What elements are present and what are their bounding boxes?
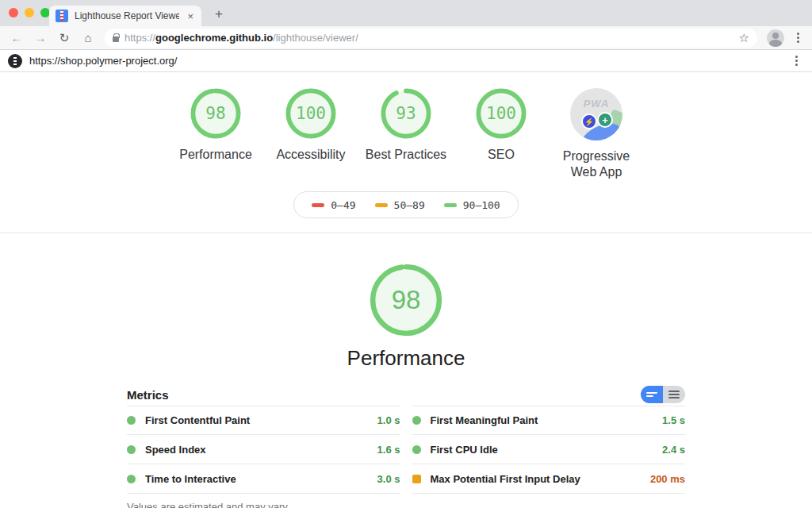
score-label: Best Practices: [366, 147, 446, 163]
metric-speed-index[interactable]: Speed Index 1.6 s: [127, 435, 400, 464]
window-controls[interactable]: [9, 8, 50, 17]
browser-menu-icon[interactable]: [791, 33, 806, 43]
profile-avatar[interactable]: [767, 29, 784, 47]
scores-section: 98 Performance 100 Accessibility 93 Best…: [0, 72, 812, 233]
metric-label: First Meaningful Paint: [431, 414, 653, 426]
metric-value: 1.5 s: [662, 414, 685, 426]
metrics-heading: Metrics: [127, 388, 169, 402]
legend-pass: 90–100: [444, 199, 500, 211]
metrics-right-column: First Meaningful Paint 1.5 s First CPU I…: [412, 406, 686, 494]
padlock-icon[interactable]: [113, 37, 119, 42]
metric-status-icon: [412, 416, 421, 425]
score-badge-pwa[interactable]: PWA ⚡ + Progressive Web App: [553, 88, 639, 180]
metric-value: 1.6 s: [377, 444, 400, 456]
performance-big-gauge: 98: [370, 264, 442, 337]
toggle-expanded-view[interactable]: [663, 386, 685, 403]
gauge-best-practices: 93: [381, 88, 431, 139]
metric-label: First Contentful Paint: [145, 414, 368, 426]
fail-dash-icon: [312, 203, 324, 207]
reload-icon[interactable]: ↻: [54, 31, 75, 45]
performance-section-title: Performance: [0, 346, 812, 371]
close-window-button[interactable]: [9, 8, 18, 17]
report-menu-icon[interactable]: [789, 56, 804, 66]
metrics-block: Metrics First Contentful Paint 1.0 s: [127, 383, 685, 508]
fast-reliable-icon: ⚡: [581, 114, 597, 129]
score-label: Progressive Web App: [553, 148, 639, 180]
browser-toolbar: ← → ↻ ⌂ https://googlechrome.github.io/l…: [0, 26, 812, 50]
metric-status-icon: [127, 416, 136, 425]
metric-first-contentful-paint[interactable]: First Contentful Paint 1.0 s: [127, 406, 400, 435]
gauge-accessibility: 100: [285, 88, 336, 139]
metric-value: 3.0 s: [377, 473, 400, 485]
minimize-window-button[interactable]: [25, 8, 34, 17]
metrics-view-toggle[interactable]: [641, 386, 685, 403]
metric-label: Speed Index: [145, 444, 368, 456]
metric-value: 200 ms: [650, 473, 685, 485]
score-gauge-accessibility[interactable]: 100 Accessibility: [268, 88, 354, 163]
score-value: 100: [285, 88, 336, 139]
legend-pill: 0–49 50–89 90–100: [293, 191, 518, 218]
lighthouse-favicon: [56, 10, 68, 22]
score-gauge-best-practices[interactable]: 93 Best Practices: [363, 88, 449, 163]
home-icon[interactable]: ⌂: [78, 31, 98, 44]
metric-status-icon: [412, 475, 421, 483]
score-gauge-seo[interactable]: 100 SEO: [458, 88, 544, 163]
gauge-seo: 100: [476, 88, 527, 139]
pwa-letters: PWA: [570, 98, 622, 110]
bookmark-star-icon[interactable]: ☆: [739, 31, 749, 45]
metrics-grid: First Contentful Paint 1.0 s Speed Index…: [127, 406, 685, 494]
pass-dash-icon: [444, 203, 457, 207]
metric-status-icon: [127, 445, 136, 454]
tab-close-icon[interactable]: ×: [186, 10, 195, 22]
score-label: Accessibility: [276, 147, 345, 163]
metric-status-icon: [412, 445, 421, 454]
score-value: 100: [476, 88, 527, 139]
performance-section: 98 Performance Metrics First Contentful …: [0, 233, 812, 508]
forward-icon[interactable]: →: [30, 31, 51, 44]
toggle-condensed-view[interactable]: [641, 386, 663, 403]
metric-label: First CPU Idle: [431, 444, 653, 456]
metric-max-potential-fid[interactable]: Max Potential First Input Delay 200 ms: [412, 464, 686, 494]
report-url-bar: https://shop.polymer-project.org/: [0, 50, 812, 72]
metrics-disclaimer: Values are estimated and may vary.: [127, 501, 685, 508]
legend-average: 50–89: [375, 199, 425, 211]
metric-status-icon: [127, 475, 136, 483]
legend-fail: 0–49: [312, 199, 355, 211]
average-dash-icon: [375, 203, 388, 207]
metric-first-cpu-idle[interactable]: First CPU Idle 2.4 s: [412, 435, 686, 464]
score-gauge-performance[interactable]: 98 Performance: [173, 88, 259, 163]
browser-tab[interactable]: Lighthouse Report Viewer ×: [49, 6, 201, 26]
page-url[interactable]: https://googlechrome.github.io/lighthous…: [124, 32, 733, 44]
metric-label: Time to Interactive: [145, 473, 368, 485]
metric-time-to-interactive[interactable]: Time to Interactive 3.0 s: [127, 464, 400, 494]
score-label: SEO: [488, 147, 515, 163]
tab-strip: Lighthouse Report Viewer × +: [0, 0, 812, 26]
metric-label: Max Potential First Input Delay: [431, 473, 641, 485]
gauge-performance: 98: [190, 88, 241, 139]
score-value: 93: [381, 88, 431, 139]
pwa-badge-icon: PWA ⚡ +: [570, 88, 622, 140]
metric-value: 2.4 s: [662, 444, 685, 456]
score-label: Performance: [179, 147, 252, 163]
tab-title: Lighthouse Report Viewer: [75, 10, 179, 21]
score-legend: 0–49 50–89 90–100: [0, 191, 812, 218]
score-value: 98: [190, 88, 241, 139]
lighthouse-logo-icon: [8, 54, 22, 68]
address-bar[interactable]: https://googlechrome.github.io/lighthous…: [105, 29, 757, 48]
metric-value: 1.0 s: [377, 414, 400, 426]
back-icon[interactable]: ←: [6, 31, 27, 44]
report-url: https://shop.polymer-project.org/: [29, 55, 782, 67]
new-tab-button[interactable]: +: [209, 6, 228, 22]
metrics-left-column: First Contentful Paint 1.0 s Speed Index…: [127, 406, 400, 494]
metric-first-meaningful-paint[interactable]: First Meaningful Paint 1.5 s: [412, 406, 686, 435]
installable-icon: +: [597, 112, 613, 128]
performance-score-value: 98: [370, 264, 442, 337]
score-gauges-row: 98 Performance 100 Accessibility 93 Best…: [0, 88, 812, 180]
